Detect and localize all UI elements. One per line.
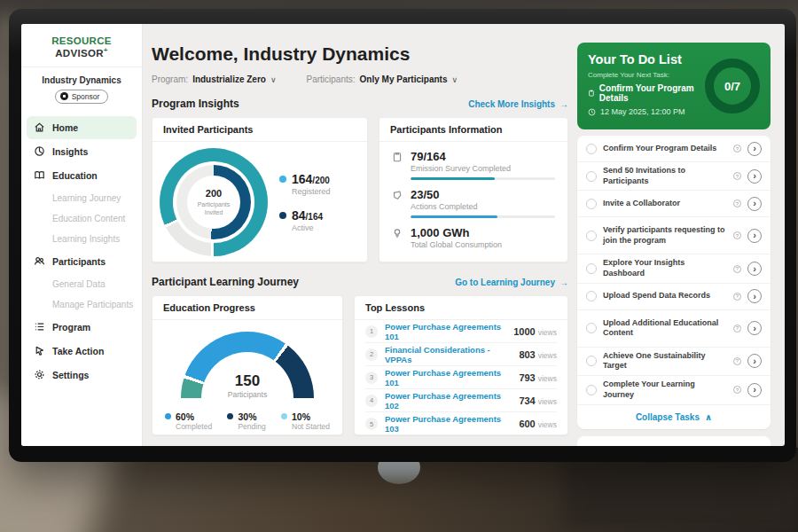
views-suffix: views (538, 420, 557, 429)
sidebar-item-participants[interactable]: Participants (27, 250, 137, 273)
task-checkbox[interactable] (586, 356, 597, 366)
progress-fill (411, 215, 497, 218)
task-checkbox[interactable] (586, 291, 597, 301)
legend-denominator: /164 (306, 212, 323, 222)
participants-filter[interactable]: Participants: Only My Participants ∨ (307, 74, 458, 84)
lesson-title-link[interactable]: Power Purchase Agreements 101 (385, 322, 506, 341)
task-open-button[interactable]: › (747, 142, 762, 156)
task-open-button[interactable]: › (747, 169, 762, 184)
task-checkbox[interactable] (586, 263, 597, 274)
metric-value: 23/50 (411, 188, 555, 201)
chevron-right-icon: › (753, 263, 756, 274)
task-open-button[interactable]: › (747, 354, 762, 368)
task-open-button[interactable]: › (747, 229, 762, 243)
card-title: Invited Participants (153, 118, 367, 142)
sidebar-item-settings[interactable]: Settings (27, 364, 137, 387)
participants-icon (34, 255, 45, 267)
info-icon: ? (733, 265, 741, 273)
chevron-down-icon: ∨ (270, 75, 277, 84)
lesson-rank: 3 (365, 372, 378, 384)
task-open-button[interactable]: › (747, 289, 762, 303)
sidebar-item-home[interactable]: Home (27, 116, 137, 139)
task-row[interactable]: Invite a Collaborator ? › (577, 191, 771, 217)
chevron-right-icon: › (753, 230, 756, 240)
card-title: Top Lessons (355, 296, 567, 320)
task-open-button[interactable]: › (747, 321, 762, 335)
legend-dot (227, 413, 233, 419)
metric-label: Total Global Consumption (411, 240, 555, 249)
todo-datetime-label: 12 May 2025, 12:00 PM (600, 107, 685, 116)
task-row[interactable]: Upload Spend Data Records ? › (577, 284, 771, 310)
lesson-row[interactable]: 2 Financial Considerations - VPPAs 803vi… (365, 343, 557, 366)
task-open-button[interactable]: › (747, 197, 762, 211)
lesson-title-link[interactable]: Power Purchase Agreements 102 (385, 391, 512, 411)
sidebar-item-program[interactable]: Program (27, 316, 137, 339)
task-open-button[interactable]: › (747, 262, 762, 276)
legend-item-completed: 60%Completed (165, 411, 212, 431)
task-label: Confirm Your Program Details (603, 144, 727, 154)
task-row[interactable]: Send 50 Invitations to Participants ? › (577, 162, 771, 191)
lesson-row[interactable]: 1 Power Purchase Agreements 101 1000view… (365, 320, 557, 343)
sidebar-item-take-action[interactable]: Take Action (27, 340, 137, 363)
collapse-tasks-link[interactable]: Collapse Tasks ∧ (577, 405, 771, 429)
task-row[interactable]: Confirm Your Program Details ? › (577, 136, 771, 162)
legend-dot (279, 212, 286, 219)
sponsor-badge[interactable]: Sponsor (55, 90, 109, 104)
dashboard-screen: RESOURCE ADVISOR+ Industry Dynamics Spon… (21, 24, 785, 446)
consumption-row: 1,000 GWh Total Global Consumption (392, 226, 555, 249)
todo-progress-ring: 0/7 (705, 59, 760, 113)
arrow-right-icon: → (559, 99, 568, 109)
lesson-rank: 1 (365, 325, 378, 338)
check-more-insights-link[interactable]: Check More Insights → (468, 99, 568, 109)
task-checkbox[interactable] (586, 231, 597, 241)
home-icon (34, 121, 45, 133)
sidebar-item-general-data[interactable]: General Data (27, 274, 137, 294)
info-icon: ? (733, 145, 741, 153)
task-open-button[interactable]: › (747, 383, 762, 397)
chevron-right-icon: › (753, 143, 756, 153)
task-checkbox[interactable] (586, 144, 597, 154)
sidebar-item-label: Learning Insights (52, 234, 120, 244)
section-title: Participant Learning Journey (152, 276, 299, 288)
sidebar-item-insights[interactable]: Insights (27, 140, 137, 163)
sidebar-item-label: General Data (52, 279, 105, 289)
donut-center: 200 Participants Invited (187, 176, 240, 229)
task-row[interactable]: Upload Additional Educational Content ? … (577, 310, 771, 348)
chevron-right-icon: › (753, 323, 756, 333)
task-row[interactable]: Complete Your Learning Journey ? › (577, 376, 771, 404)
lesson-title-link[interactable]: Power Purchase Agreements 101 (385, 368, 512, 387)
sidebar-item-manage-participants[interactable]: Manage Participants (27, 294, 137, 315)
task-checkbox[interactable] (586, 171, 597, 182)
sidebar-item-education[interactable]: Education (27, 164, 137, 187)
task-label: Upload Additional Educational Content (603, 318, 727, 339)
task-row[interactable]: Explore Your Insights Dashboard ? › (577, 254, 771, 283)
task-checkbox[interactable] (586, 323, 597, 333)
lesson-title-link[interactable]: Power Purchase Agreements 103 (385, 414, 512, 434)
lesson-row[interactable]: 3 Power Purchase Agreements 101 793views (365, 366, 557, 389)
link-label: Go to Learning Journey (455, 278, 555, 287)
legend-label: Not Started (292, 422, 330, 431)
go-to-learning-journey-link[interactable]: Go to Learning Journey → (455, 278, 568, 287)
metric-label: Actions Completed (411, 202, 555, 211)
task-row[interactable]: Achieve One Sustainability Target ? › (577, 348, 771, 376)
task-label: Invite a Collaborator (603, 199, 727, 209)
legend-label: Pending (238, 422, 265, 431)
sidebar-item-learning-insights[interactable]: Learning Insights (27, 229, 137, 249)
sidebar-item-learning-journey[interactable]: Learning Journey (27, 188, 137, 208)
program-filter-label: Program: (152, 74, 188, 84)
lesson-row[interactable]: 5 Power Purchase Agreements 103 600views (365, 412, 557, 435)
program-icon (34, 321, 45, 332)
lesson-title-link[interactable]: Financial Considerations - VPPAs (385, 345, 512, 364)
main-content: Welcome, Industry Dynamics Program: Indu… (152, 24, 568, 446)
legend-value: 10% (292, 411, 330, 422)
task-checkbox[interactable] (586, 385, 597, 395)
sidebar-item-education-content[interactable]: Education Content (27, 208, 137, 229)
legend-value: 164 (292, 172, 312, 186)
lesson-views: 793 (519, 372, 535, 383)
program-filter[interactable]: Program: Industrialize Zero ∨ (152, 74, 277, 84)
task-checkbox[interactable] (586, 199, 597, 209)
insights-icon (34, 145, 45, 157)
sponsor-badge-label: Sponsor (72, 92, 100, 101)
lesson-row[interactable]: 4 Power Purchase Agreements 102 734views (365, 389, 557, 412)
task-row[interactable]: Verify participants requesting to join t… (577, 217, 771, 254)
